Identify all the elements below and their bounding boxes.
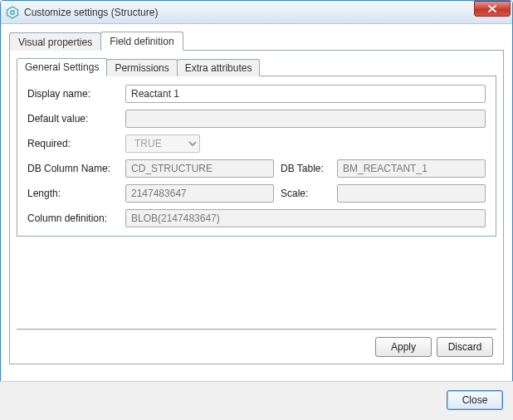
outer-tabs: Visual properties Field definition <box>9 31 504 51</box>
svg-marker-0 <box>7 7 18 18</box>
divider <box>17 329 496 330</box>
app-icon <box>6 6 19 19</box>
display-name-input[interactable] <box>125 85 486 103</box>
inner-tab-panel: Display name: Default value: Required: T… <box>17 76 496 237</box>
label-default-value: Default value: <box>27 113 119 125</box>
scale-field <box>337 184 486 203</box>
apply-button[interactable]: Apply <box>375 337 432 357</box>
label-db-table: DB Table: <box>281 163 330 174</box>
outer-tab-panel: General Settings Permissions Extra attri… <box>9 51 504 364</box>
svg-point-1 <box>11 10 14 13</box>
label-db-column-name: DB Column Name: <box>27 163 119 174</box>
label-display-name: Display name: <box>27 88 119 100</box>
window-close-button[interactable] <box>474 1 511 17</box>
tab-general-settings[interactable]: General Settings <box>17 58 107 76</box>
db-table-field: BM_REACTANT_1 <box>337 159 486 178</box>
inner-tabs: General Settings Permissions Extra attri… <box>17 57 496 76</box>
required-cell: TRUE <box>125 134 486 153</box>
window-title: Customize settings (Structure) <box>24 7 474 18</box>
dialog-footer: Close <box>0 381 513 420</box>
required-select: TRUE <box>125 134 200 153</box>
close-button[interactable]: Close <box>447 390 503 410</box>
discard-button[interactable]: Discard <box>437 337 493 357</box>
panel-button-row: Apply Discard <box>17 337 496 357</box>
tab-extra-attributes[interactable]: Extra attributes <box>177 59 261 76</box>
tab-field-definition[interactable]: Field definition <box>100 32 183 51</box>
default-value-field <box>125 110 486 128</box>
tab-permissions[interactable]: Permissions <box>106 59 177 76</box>
window-body: Visual properties Field definition Gener… <box>1 24 512 373</box>
column-definition-field: BLOB(2147483647) <box>125 209 486 227</box>
label-column-definition: Column definition: <box>27 212 119 224</box>
spacer <box>17 237 496 322</box>
general-settings-form: Display name: Default value: Required: T… <box>27 85 486 227</box>
length-field: 2147483647 <box>125 184 274 203</box>
db-column-name-field: CD_STRUCTURE <box>125 159 274 178</box>
label-length: Length: <box>27 188 119 199</box>
titlebar: Customize settings (Structure) <box>1 1 512 24</box>
tab-visual-properties[interactable]: Visual properties <box>9 32 101 51</box>
close-icon <box>488 5 496 12</box>
label-scale: Scale: <box>281 188 330 199</box>
label-required: Required: <box>27 138 119 149</box>
